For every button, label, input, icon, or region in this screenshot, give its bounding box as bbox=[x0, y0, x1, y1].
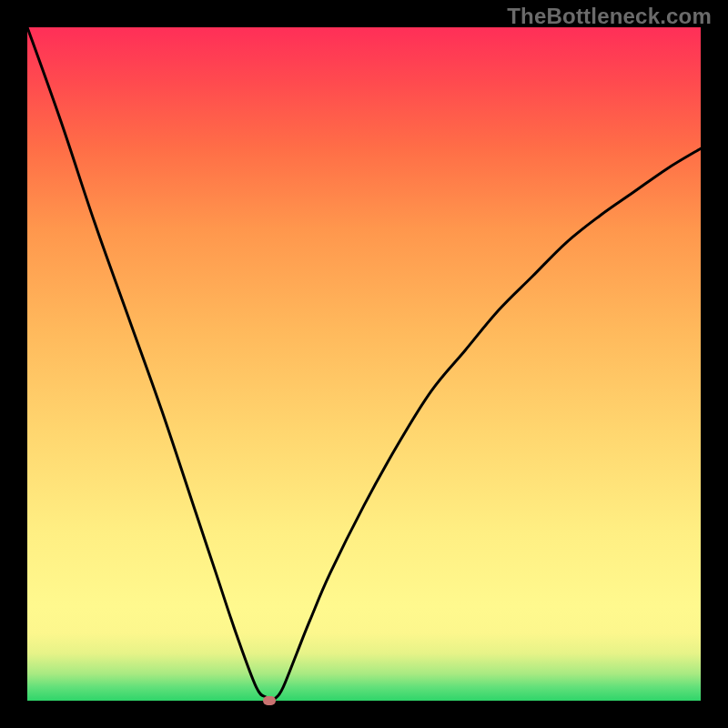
optimal-point-marker bbox=[263, 696, 276, 705]
bottleneck-curve bbox=[27, 27, 701, 701]
chart-frame: TheBottleneck.com bbox=[0, 0, 728, 728]
plot-area bbox=[27, 27, 701, 701]
watermark-text: TheBottleneck.com bbox=[507, 4, 712, 29]
